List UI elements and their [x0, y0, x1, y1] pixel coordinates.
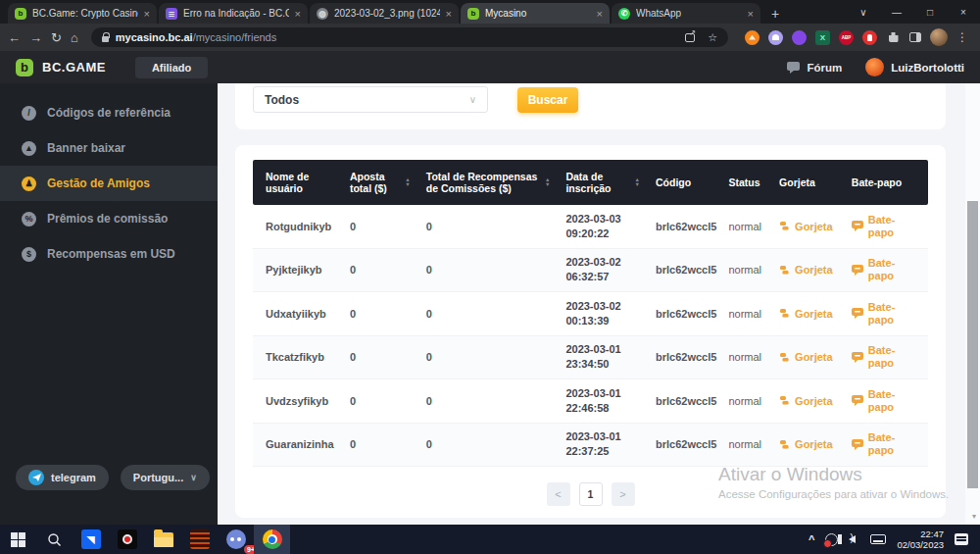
chat-link[interactable]: Bate-papo [844, 388, 928, 414]
user-chip[interactable]: LuizBortolotti [865, 58, 964, 76]
share-icon[interactable] [685, 33, 695, 42]
col-header-total-bet[interactable]: Aposta total ($) ▲▼ [342, 171, 418, 194]
volume-icon[interactable] [849, 535, 856, 543]
telegram-button[interactable]: telegram [16, 465, 109, 490]
affiliate-button[interactable]: Afiliado [135, 57, 208, 78]
taskbar-file-explorer[interactable] [145, 525, 181, 554]
discord-icon [226, 529, 246, 549]
pagination-page-1[interactable]: 1 [579, 482, 603, 506]
tab-mycasino-active[interactable]: b Mycasino × [461, 3, 610, 24]
pagination-next-button[interactable]: > [612, 482, 635, 506]
language-selector[interactable]: Portugu... ∨ [121, 465, 210, 490]
sidebar-item-referral-codes[interactable]: / Códigos de referência [0, 95, 218, 130]
pagination-prev-button[interactable]: < [547, 482, 570, 506]
taskbar-discord[interactable]: 9+ [218, 525, 254, 554]
sidebar-footer: telegram Portugu... ∨ [16, 465, 210, 490]
brand-name[interactable]: BC.GAME [42, 60, 106, 75]
search-icon [47, 532, 62, 547]
sidebar-item-commission-rewards[interactable]: % Prêmios de comissão [0, 201, 218, 236]
table-header-row: Nome de usuário Aposta total ($) ▲▼ Tota… [253, 160, 928, 205]
tray-date: 02/03/2023 [897, 539, 944, 550]
tip-link[interactable]: Gorjeta [771, 438, 844, 450]
scrollbar-thumb[interactable] [967, 201, 978, 488]
tab-close-icon[interactable]: × [144, 8, 150, 20]
cell-status: normal [720, 264, 771, 276]
windows-taskbar: ◥ 9+ ^ 22:47 02/03/2023 [0, 525, 980, 554]
forward-button[interactable]: → [29, 31, 42, 44]
bcgame-logo-icon[interactable]: b [16, 59, 33, 76]
reload-button[interactable]: ↻ [51, 31, 62, 44]
touch-keyboard-icon[interactable] [870, 534, 886, 544]
tab-close-icon[interactable]: × [295, 8, 301, 20]
sidebar-item-friends-management[interactable]: ♟ Gestão de Amigos [0, 166, 218, 201]
sort-icon[interactable]: ▲▼ [405, 177, 410, 187]
tab-close-icon[interactable]: × [748, 8, 754, 20]
tab-bcgame-home[interactable]: b BC.Game: Crypto Casino Gan × [8, 3, 157, 24]
chat-link[interactable]: Bate-papo [844, 344, 928, 370]
metamask-extension-icon[interactable] [745, 30, 760, 45]
start-button[interactable] [0, 525, 36, 554]
col-header-commission-rewards[interactable]: Total de Recompensas de Comissões ($) ▲▼ [418, 171, 559, 194]
cell-code: brlc62wccl5 [648, 264, 720, 276]
scrollbar-track[interactable]: ▾ [965, 83, 980, 525]
browser-profile-avatar[interactable] [930, 28, 948, 46]
tab-search-chevron-icon[interactable]: ∨ [847, 0, 880, 24]
taskbar-search-button[interactable] [36, 525, 73, 554]
address-bar[interactable]: mycasino.bc.ai/mycasino/friends ☆ [91, 27, 728, 47]
filter-dropdown[interactable]: Todos ∨ [253, 86, 488, 113]
network-status-icon[interactable] [825, 533, 838, 546]
browser-menu-icon[interactable]: ⋮ [956, 30, 968, 44]
commission-icon: % [22, 212, 36, 227]
sidebar-item-usd-rewards[interactable]: $ Recompensas em USD [0, 236, 218, 272]
chevron-down-icon: ∨ [190, 473, 197, 482]
back-button[interactable]: ← [8, 31, 21, 44]
tip-link[interactable]: Gorjeta [771, 351, 844, 363]
extensions-puzzle-icon[interactable] [886, 30, 901, 45]
search-button[interactable]: Buscar [517, 87, 578, 113]
sheets-extension-icon[interactable]: X [815, 30, 830, 45]
action-center-icon[interactable] [955, 533, 968, 545]
chat-link[interactable]: Bate-papo [844, 301, 928, 327]
chat-link[interactable]: Bate-papo [844, 214, 928, 239]
taskbar-game-app[interactable] [109, 525, 145, 554]
new-tab-button[interactable]: + [762, 3, 788, 24]
col-header-signup-date[interactable]: Data de inscrição ▲▼ [558, 171, 648, 194]
window-close-button[interactable]: × [947, 0, 980, 24]
side-panel-icon[interactable] [909, 32, 921, 42]
adblock-extension-icon[interactable]: ABP [839, 30, 854, 45]
tab-png-image[interactable]: ◍ 2023-03-02_3.png (1024×76 × [310, 3, 459, 24]
wallet-extension-icon[interactable] [792, 30, 807, 45]
forum-link[interactable]: Fórum [787, 62, 842, 74]
coins-icon [779, 221, 790, 231]
chat-link[interactable]: Bate-papo [844, 257, 928, 282]
tab-whatsapp[interactable]: ✆ WhatsApp × [612, 3, 760, 24]
taskbar-clock[interactable]: 22:47 02/03/2023 [897, 529, 944, 550]
banner-download-icon: ▲ [22, 141, 36, 156]
tip-link[interactable]: Gorjeta [771, 308, 844, 320]
phantom-extension-icon[interactable] [768, 30, 783, 45]
scrollbar-down-arrow-icon[interactable]: ▾ [972, 512, 976, 521]
blocker-extension-icon[interactable] [862, 30, 877, 45]
chat-link[interactable]: Bate-papo [844, 431, 928, 457]
window-minimize-button[interactable]: — [880, 0, 913, 24]
sort-icon[interactable]: ▲▼ [635, 177, 640, 187]
sidebar-item-banner-download[interactable]: ▲ Banner baixar [0, 130, 218, 166]
col-header-username: Nome de usuário [253, 171, 342, 194]
browser-tabstrip: b BC.Game: Crypto Casino Gan × ≡ Erro na… [0, 0, 980, 24]
cell-commission: 0 [418, 264, 559, 276]
tray-expand-icon[interactable]: ^ [808, 533, 814, 545]
bookmark-star-icon[interactable]: ☆ [708, 31, 717, 44]
taskbar-utility-app[interactable] [181, 525, 218, 554]
sort-icon[interactable]: ▲▼ [545, 177, 550, 187]
cell-code: brlc62wccl5 [648, 395, 720, 407]
tab-erro-indicacao[interactable]: ≡ Erro na Indicação - BC.Game × [159, 3, 308, 24]
tab-close-icon[interactable]: × [446, 8, 452, 20]
taskbar-chrome-active[interactable] [254, 525, 290, 554]
tab-close-icon[interactable]: × [597, 8, 603, 20]
taskbar-amd-app[interactable]: ◥ [73, 525, 109, 554]
tip-link[interactable]: Gorjeta [771, 264, 844, 276]
tip-link[interactable]: Gorjeta [771, 221, 844, 232]
home-button[interactable]: ⌂ [71, 31, 78, 44]
window-maximize-button[interactable]: □ [913, 0, 947, 24]
tip-link[interactable]: Gorjeta [771, 395, 844, 407]
